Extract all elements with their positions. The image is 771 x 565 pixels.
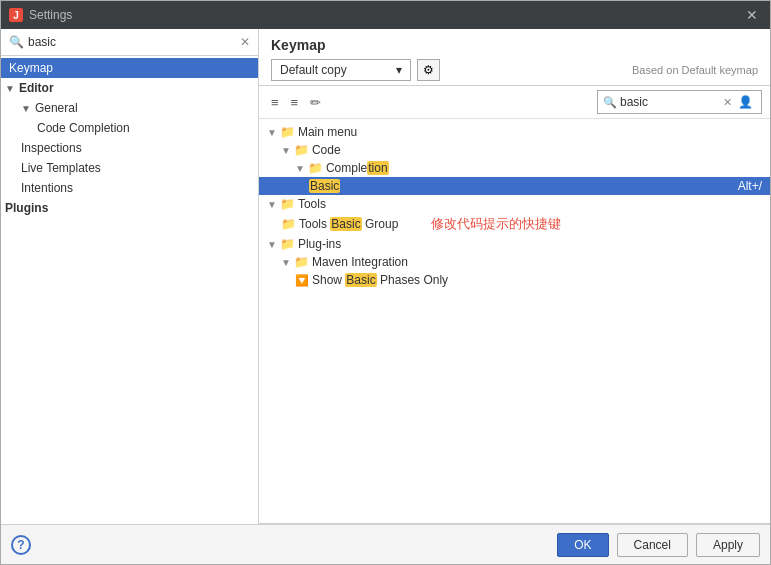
keymap-dropdown-value: Default copy xyxy=(280,63,347,77)
tools-basic-highlight: Basic xyxy=(330,217,361,231)
expand-all-button[interactable]: ≡ xyxy=(267,93,283,112)
sidebar-item-general-label: General xyxy=(35,101,78,115)
ok-button[interactable]: OK xyxy=(557,533,608,557)
sidebar-item-intentions-label: Intentions xyxy=(21,181,73,195)
collapse-all-button[interactable]: ≡ xyxy=(287,93,303,112)
keymap-based-text: Based on Default keymap xyxy=(632,64,758,76)
show-basic-highlight: Basic xyxy=(345,273,376,287)
folder-icon: 📁 xyxy=(280,125,295,139)
completion-label: Completion xyxy=(326,161,389,175)
gear-button[interactable]: ⚙ xyxy=(417,59,440,81)
sidebar-item-inspections[interactable]: Inspections xyxy=(1,138,258,158)
settings-dialog: J Settings ✕ 🔍 ✕ Keymap ▼ Editor xyxy=(0,0,771,565)
sidebar-item-live-templates-label: Live Templates xyxy=(21,161,101,175)
dialog-title: Settings xyxy=(29,8,72,22)
right-search-box[interactable]: 🔍 ✕ 👤 xyxy=(597,90,762,114)
toolbar-row: ≡ ≡ ✏ 🔍 ✕ 👤 xyxy=(259,86,770,119)
cancel-button[interactable]: Cancel xyxy=(617,533,688,557)
tools-arrow: ▼ xyxy=(267,199,277,210)
basic-label: Basic xyxy=(309,179,340,193)
tree-item-basic[interactable]: Basic Alt+/ xyxy=(259,177,770,195)
close-button[interactable]: ✕ xyxy=(742,5,762,25)
apply-button[interactable]: Apply xyxy=(696,533,760,557)
filter-icon: 🔽 xyxy=(295,274,309,287)
sidebar-item-inspections-label: Inspections xyxy=(21,141,82,155)
app-icon: J xyxy=(9,8,23,22)
bottom-left: ? xyxy=(11,535,31,555)
sidebar-tree: Keymap ▼ Editor ▼ General Code Completio… xyxy=(1,56,258,524)
sidebar-search-clear[interactable]: ✕ xyxy=(240,35,250,49)
help-label: ? xyxy=(17,538,24,552)
sidebar-search-input[interactable] xyxy=(28,35,236,49)
keymap-tree: ▼ 📁 Main menu ▼ 📁 Code ▼ 📁 Completion xyxy=(259,119,770,524)
tree-item-plug-ins[interactable]: ▼ 📁 Plug-ins xyxy=(259,235,770,253)
main-content: 🔍 ✕ Keymap ▼ Editor ▼ General xyxy=(1,29,770,524)
completion-arrow: ▼ xyxy=(295,163,305,174)
main-menu-arrow: ▼ xyxy=(267,127,277,138)
sidebar-item-editor[interactable]: ▼ Editor xyxy=(1,78,258,98)
tree-item-tools[interactable]: ▼ 📁 Tools xyxy=(259,195,770,213)
basic-shortcut: Alt+/ xyxy=(738,179,762,193)
search-icon: 🔍 xyxy=(9,35,24,49)
right-search-options[interactable]: 👤 xyxy=(735,93,756,111)
help-button[interactable]: ? xyxy=(11,535,31,555)
sidebar-item-code-completion[interactable]: Code Completion xyxy=(1,118,258,138)
sidebar-item-live-templates[interactable]: Live Templates xyxy=(1,158,258,178)
sidebar-item-intentions[interactable]: Intentions xyxy=(1,178,258,198)
plug-ins-arrow: ▼ xyxy=(267,239,277,250)
keymap-dropdown[interactable]: Default copy ▾ xyxy=(271,59,411,81)
code-label: Code xyxy=(312,143,341,157)
bottom-right: OK Cancel Apply xyxy=(557,533,760,557)
folder-icon-tools-basic: 📁 xyxy=(281,217,296,231)
general-arrow: ▼ xyxy=(21,103,31,114)
right-header: Keymap Default copy ▾ ⚙ Based on Default… xyxy=(259,29,770,86)
sidebar: 🔍 ✕ Keymap ▼ Editor ▼ General xyxy=(1,29,259,524)
chevron-down-icon: ▾ xyxy=(396,63,402,77)
edit-shortcut-button[interactable]: ✏ xyxy=(306,93,325,112)
tree-item-main-menu[interactable]: ▼ 📁 Main menu xyxy=(259,123,770,141)
sidebar-item-code-completion-label: Code Completion xyxy=(37,121,130,135)
sidebar-item-general[interactable]: ▼ General xyxy=(1,98,258,118)
show-basic-phases-label: Show Basic Phases Only xyxy=(312,273,448,287)
editor-arrow: ▼ xyxy=(5,83,15,94)
code-arrow: ▼ xyxy=(281,145,291,156)
sidebar-search-box[interactable]: 🔍 ✕ xyxy=(1,29,258,56)
maven-arrow: ▼ xyxy=(281,257,291,268)
bottom-bar: ? OK Cancel Apply xyxy=(1,524,770,564)
folder-icon-tools: 📁 xyxy=(280,197,295,211)
right-search-icon: 🔍 xyxy=(603,96,617,109)
basic-highlight: Basic xyxy=(309,179,340,193)
tree-item-tools-basic-group[interactable]: 📁 Tools Basic Group 修改代码提示的快捷键 xyxy=(259,213,770,235)
sidebar-item-keymap-label: Keymap xyxy=(9,61,53,75)
folder-icon-plug-ins: 📁 xyxy=(280,237,295,251)
right-search-clear[interactable]: ✕ xyxy=(723,96,732,109)
plug-ins-label: Plug-ins xyxy=(298,237,341,251)
tree-item-maven[interactable]: ▼ 📁 Maven Integration xyxy=(259,253,770,271)
main-menu-label: Main menu xyxy=(298,125,357,139)
maven-label: Maven Integration xyxy=(312,255,408,269)
title-bar-left: J Settings xyxy=(9,8,72,22)
sidebar-item-editor-label: Editor xyxy=(19,81,54,95)
sidebar-item-plugins-label: Plugins xyxy=(5,201,48,215)
folder-icon-code: 📁 xyxy=(294,143,309,157)
right-panel-title: Keymap xyxy=(271,37,758,53)
tools-basic-group-label: Tools Basic Group xyxy=(299,217,398,231)
tree-item-show-basic-phases[interactable]: 🔽 Show Basic Phases Only xyxy=(259,271,770,289)
tools-label: Tools xyxy=(298,197,326,211)
keymap-controls: Default copy ▾ ⚙ Based on Default keymap xyxy=(271,59,758,81)
tree-item-code[interactable]: ▼ 📁 Code xyxy=(259,141,770,159)
folder-icon-maven: 📁 xyxy=(294,255,309,269)
tree-item-completion[interactable]: ▼ 📁 Completion xyxy=(259,159,770,177)
annotation-text: 修改代码提示的快捷键 xyxy=(431,215,561,233)
sidebar-item-plugins[interactable]: Plugins xyxy=(1,198,258,218)
right-panel: Keymap Default copy ▾ ⚙ Based on Default… xyxy=(259,29,770,524)
basic-highlight-completion: tion xyxy=(367,161,388,175)
right-search-input[interactable] xyxy=(620,95,720,109)
folder-icon-completion: 📁 xyxy=(308,161,323,175)
title-bar: J Settings ✕ xyxy=(1,1,770,29)
sidebar-item-keymap[interactable]: Keymap xyxy=(1,58,258,78)
